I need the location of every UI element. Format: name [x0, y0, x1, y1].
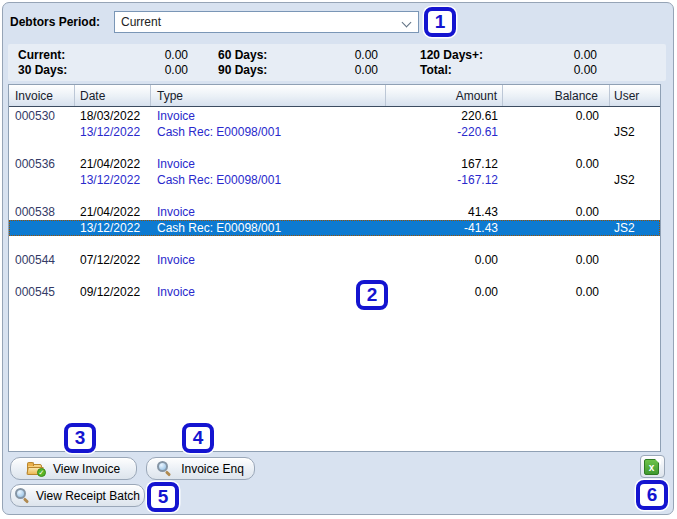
- row-spacer: [9, 268, 660, 284]
- annotation-badge-5: 5: [147, 482, 179, 512]
- table-body: 00053018/03/2022Invoice220.610.0013/12/2…: [9, 108, 660, 451]
- column-header-type[interactable]: Type: [151, 85, 386, 106]
- cell-inv: 000536: [9, 156, 75, 172]
- cell-user: JS2: [610, 172, 656, 188]
- summary-label-120days: 120 Days+:: [420, 48, 483, 62]
- cell-amt: 41.43: [386, 204, 503, 220]
- annotation-badge-4: 4: [182, 423, 214, 453]
- cell-inv: 000545: [9, 284, 75, 300]
- summary-value-total: 0.00: [517, 63, 597, 77]
- row-spacer: [9, 236, 660, 252]
- cell-user: [610, 284, 656, 300]
- table-row[interactable]: 13/12/2022Cash Rec: E00098/001-167.12JS2: [9, 172, 660, 188]
- table-row[interactable]: 13/12/2022Cash Rec: E00098/001-220.61JS2: [9, 124, 660, 140]
- table-header-row: Invoice Date Type Amount Balance User: [9, 85, 660, 107]
- cell-amt: 0.00: [386, 284, 503, 300]
- table-row[interactable]: 00053018/03/2022Invoice220.610.00: [9, 108, 660, 124]
- cell-bal: 0.00: [503, 284, 610, 300]
- magnifier-icon: [15, 488, 30, 503]
- cell-inv: 000538: [9, 204, 75, 220]
- column-header-invoice[interactable]: Invoice: [9, 85, 75, 106]
- cell-date: 18/03/2022: [75, 108, 151, 124]
- summary-label-60days: 60 Days:: [218, 48, 267, 62]
- cell-amt: 167.12: [386, 156, 503, 172]
- cell-type: Invoice: [151, 252, 386, 268]
- column-header-user[interactable]: User: [610, 85, 656, 106]
- export-to-excel-button[interactable]: x: [640, 455, 665, 478]
- summary-value-120days: 0.00: [517, 48, 597, 62]
- cell-date: 13/12/2022: [75, 172, 151, 188]
- annotation-badge-6: 6: [636, 480, 668, 510]
- cell-inv: 000544: [9, 252, 75, 268]
- open-folder-check-icon: ✓: [27, 462, 44, 475]
- excel-export-icon: x: [644, 459, 661, 475]
- cell-type: Invoice: [151, 204, 386, 220]
- cell-type: Invoice: [151, 108, 386, 124]
- cell-date: 09/12/2022: [75, 284, 151, 300]
- cell-type: Invoice: [151, 284, 386, 300]
- cell-inv: 000530: [9, 108, 75, 124]
- cell-inv: [9, 172, 75, 188]
- invoice-enq-button[interactable]: Invoice Enq: [146, 457, 255, 480]
- column-header-date[interactable]: Date: [75, 85, 151, 106]
- cell-bal: 0.00: [503, 108, 610, 124]
- cell-amt: -167.12: [386, 172, 503, 188]
- annotation-badge-1: 1: [424, 7, 456, 37]
- debtors-period-label: Debtors Period:: [10, 15, 100, 29]
- cell-date: 21/04/2022: [75, 156, 151, 172]
- debtors-period-value: Current: [121, 15, 161, 29]
- cell-inv: [9, 124, 75, 140]
- cell-inv: [9, 220, 75, 236]
- cell-amt: -41.43: [386, 220, 503, 236]
- cell-date: 07/12/2022: [75, 252, 151, 268]
- view-receipt-batch-button[interactable]: View Receipt Batch: [10, 484, 145, 507]
- cell-type: Cash Rec: E00098/001: [151, 220, 386, 236]
- cell-type: Invoice: [151, 156, 386, 172]
- cell-type: Cash Rec: E00098/001: [151, 124, 386, 140]
- column-header-balance[interactable]: Balance: [503, 85, 610, 106]
- summary-value-90days: 0.00: [298, 63, 378, 77]
- annotation-badge-3: 3: [64, 423, 96, 453]
- cell-user: [610, 252, 656, 268]
- cell-user: JS2: [610, 220, 656, 236]
- summary-label-current: Current:: [18, 48, 65, 62]
- cell-date: 21/04/2022: [75, 204, 151, 220]
- column-header-amount[interactable]: Amount: [386, 85, 503, 106]
- table-row[interactable]: 00054509/12/2022Invoice0.000.00: [9, 284, 660, 300]
- table-row[interactable]: 13/12/2022Cash Rec: E00098/001-41.43JS2: [9, 220, 660, 236]
- table-row[interactable]: 00054407/12/2022Invoice0.000.00: [9, 252, 660, 268]
- magnifier-icon: [157, 461, 172, 476]
- cell-user: [610, 108, 656, 124]
- cell-bal: 0.00: [503, 204, 610, 220]
- cell-bal: [503, 124, 610, 140]
- cell-user: JS2: [610, 124, 656, 140]
- view-receipt-batch-label: View Receipt Batch: [36, 489, 140, 503]
- view-invoice-label: View Invoice: [53, 462, 120, 476]
- cell-bal: 0.00: [503, 252, 610, 268]
- annotation-badge-2: 2: [356, 280, 388, 310]
- debtors-enquiry-screen: Debtors Period: Current Current: 0.00 60…: [0, 0, 677, 519]
- summary-value-current: 0.00: [108, 48, 188, 62]
- view-invoice-button[interactable]: ✓ View Invoice: [10, 457, 137, 480]
- cell-amt: -220.61: [386, 124, 503, 140]
- cell-date: 13/12/2022: [75, 124, 151, 140]
- row-spacer: [9, 140, 660, 156]
- chevron-down-icon: [402, 18, 412, 28]
- cell-date: 13/12/2022: [75, 220, 151, 236]
- cell-amt: 0.00: [386, 252, 503, 268]
- summary-value-30days: 0.00: [108, 63, 188, 77]
- cell-bal: 0.00: [503, 156, 610, 172]
- transactions-table: Invoice Date Type Amount Balance User 00…: [8, 84, 661, 452]
- summary-label-90days: 90 Days:: [218, 63, 267, 77]
- cell-amt: 220.61: [386, 108, 503, 124]
- row-spacer: [9, 188, 660, 204]
- summary-value-60days: 0.00: [298, 48, 378, 62]
- cell-bal: [503, 172, 610, 188]
- table-row[interactable]: 00053821/04/2022Invoice41.430.00: [9, 204, 660, 220]
- debtors-period-dropdown[interactable]: Current: [114, 11, 419, 33]
- invoice-enq-label: Invoice Enq: [181, 462, 244, 476]
- cell-user: [610, 204, 656, 220]
- table-row[interactable]: 00053621/04/2022Invoice167.120.00: [9, 156, 660, 172]
- summary-label-total: Total:: [420, 63, 452, 77]
- aged-balance-summary: Current: 0.00 60 Days: 0.00 120 Days+: 0…: [8, 44, 666, 81]
